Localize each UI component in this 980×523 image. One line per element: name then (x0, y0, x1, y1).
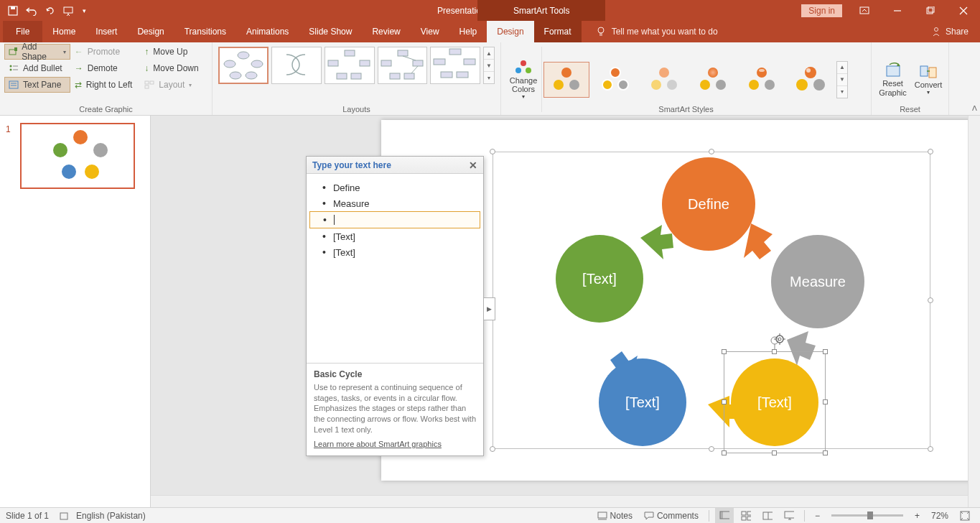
reading-view-icon[interactable] (758, 508, 777, 524)
text-pane-item[interactable]: [Text] (309, 228, 480, 244)
maximize-icon[interactable] (914, 0, 947, 21)
tab-smartart-design[interactable]: Design (487, 21, 533, 42)
gallery-down-icon[interactable]: ▼ (837, 74, 847, 86)
text-pane-button[interactable]: Text Pane (4, 77, 70, 93)
move-up-button[interactable]: ↑Move Up (140, 44, 207, 60)
tab-slideshow[interactable]: Slide Show (299, 21, 362, 42)
gallery-up-icon[interactable]: ▲ (837, 62, 847, 74)
svg-rect-88 (742, 517, 746, 520)
undo-icon[interactable] (23, 2, 40, 19)
cycle-node-4[interactable]: [Text] (599, 358, 686, 446)
text-pane-item[interactable]: [Text] (309, 244, 480, 260)
add-bullet-button[interactable]: Add Bullet (4, 60, 70, 76)
svg-rect-6 (928, 6, 934, 12)
start-from-beginning-icon[interactable] (60, 2, 78, 19)
comments-button[interactable]: Comments (640, 508, 703, 524)
spellcheck-icon[interactable] (59, 511, 69, 521)
svg-rect-5 (927, 8, 933, 14)
style-white-outline[interactable] (592, 62, 638, 98)
text-pane-collapse-tab[interactable]: ▶ (484, 297, 495, 320)
tell-me-placeholder: Tell me what you want to do (612, 27, 718, 37)
svg-rect-33 (337, 73, 347, 79)
svg-point-63 (749, 80, 759, 90)
svg-rect-30 (345, 50, 355, 56)
tab-smartart-format[interactable]: Format (534, 21, 582, 42)
style-polished[interactable] (788, 62, 834, 98)
add-shape-icon (9, 47, 17, 56)
learn-more-link[interactable]: Learn more about SmartArt graphics (314, 440, 476, 448)
close-icon[interactable]: ✕ (469, 159, 477, 171)
layout-nondirectional-cycle[interactable] (378, 47, 428, 84)
share-button[interactable]: Share (920, 21, 980, 42)
cycle-node-measure[interactable]: Measure (771, 235, 864, 328)
slide-thumbnail-1[interactable] (20, 123, 135, 189)
right-to-left-button[interactable]: ⇄Right to Left (70, 77, 141, 93)
zoom-in-button[interactable]: + (910, 508, 924, 524)
group-create-graphic: Add Shape▾ Add Bullet Text Pane ←Promote… (0, 42, 213, 115)
demote-button[interactable]: →Demote (70, 60, 141, 76)
zoom-slider[interactable] (831, 514, 903, 517)
layout-continuous-cycle[interactable] (430, 47, 480, 84)
tab-design[interactable]: Design (127, 21, 174, 42)
redo-icon[interactable] (42, 2, 59, 19)
cycle-node-define[interactable]: Define (662, 157, 755, 251)
add-shape-button[interactable]: Add Shape▾ (4, 44, 70, 60)
tab-help[interactable]: Help (449, 21, 487, 42)
slideshow-view-icon[interactable] (780, 508, 798, 524)
gallery-up-icon[interactable]: ▲ (484, 47, 494, 60)
svg-rect-85 (720, 512, 723, 519)
slide-sorter-view-icon[interactable] (737, 508, 755, 524)
notes-button[interactable]: Notes (593, 508, 637, 524)
horizontal-scrollbar[interactable] (151, 495, 968, 507)
style-subtle-effect[interactable] (641, 62, 687, 98)
text-pane-item[interactable]: Define (309, 180, 480, 195)
text-pane-header: Type your text here ✕ (307, 157, 483, 174)
style-simple-fill[interactable] (543, 62, 589, 98)
save-icon[interactable] (4, 2, 22, 19)
svg-point-26 (251, 60, 263, 68)
close-icon[interactable] (947, 0, 980, 21)
collapse-ribbon-icon[interactable]: ᐱ (972, 104, 977, 112)
language-indicator[interactable]: English (Pakistan) (76, 511, 146, 521)
sign-in-button[interactable]: Sign in (801, 4, 842, 17)
tab-review[interactable]: Review (362, 21, 410, 42)
group-layouts: ▲ ▼ ▾ Layouts (213, 42, 501, 115)
tell-me-search[interactable]: Tell me what you want to do (582, 21, 718, 42)
tab-file[interactable]: File (3, 21, 42, 42)
layout-name: Basic Cycle (314, 369, 476, 379)
zoom-level[interactable]: 72% (931, 511, 948, 521)
fit-to-window-icon[interactable] (956, 508, 974, 524)
slide-indicator[interactable]: Slide 1 of 1 (6, 511, 49, 521)
svg-point-28 (230, 72, 241, 79)
tab-home[interactable]: Home (42, 21, 85, 42)
layout-text-cycle[interactable] (271, 47, 322, 84)
tab-animations[interactable]: Animations (236, 21, 299, 42)
zoom-out-button[interactable]: − (811, 508, 824, 524)
styles-gallery-scroll[interactable]: ▲ ▼ ▾ (836, 61, 848, 98)
text-pane-item-active[interactable] (309, 211, 480, 228)
vertical-scrollbar[interactable] (968, 116, 980, 507)
minimize-icon[interactable] (881, 0, 914, 21)
qat-customize-icon[interactable]: ▾ (79, 2, 89, 19)
svg-rect-36 (413, 60, 423, 66)
gallery-more-icon[interactable]: ▾ (837, 86, 847, 98)
tab-view[interactable]: View (411, 21, 449, 42)
text-pane-item[interactable]: Measure (309, 195, 480, 211)
svg-rect-89 (747, 517, 751, 520)
move-down-button[interactable]: ↓Move Down (140, 60, 207, 76)
cycle-node-5[interactable]: [Text] (556, 235, 643, 323)
text-pane-list[interactable]: Define Measure [Text] [Text] (307, 174, 483, 266)
normal-view-icon[interactable] (715, 508, 734, 524)
ribbon-display-options-icon[interactable] (848, 0, 881, 21)
smartart-frame[interactable]: Define Measure [Text] [Text] [Text] (493, 152, 930, 449)
layout-block-cycle[interactable] (325, 47, 375, 84)
layout-basic-cycle[interactable] (218, 47, 269, 84)
style-moderate-effect[interactable] (690, 62, 736, 98)
gallery-down-icon[interactable]: ▼ (484, 60, 494, 72)
style-intense-effect[interactable] (739, 62, 785, 98)
slide-canvas-area[interactable]: Type your text here ✕ Define Measure [Te… (151, 116, 980, 507)
layouts-gallery-scroll[interactable]: ▲ ▼ ▾ (483, 47, 495, 84)
gallery-more-icon[interactable]: ▾ (484, 72, 494, 83)
tab-insert[interactable]: Insert (85, 21, 127, 42)
tab-transitions[interactable]: Transitions (174, 21, 236, 42)
